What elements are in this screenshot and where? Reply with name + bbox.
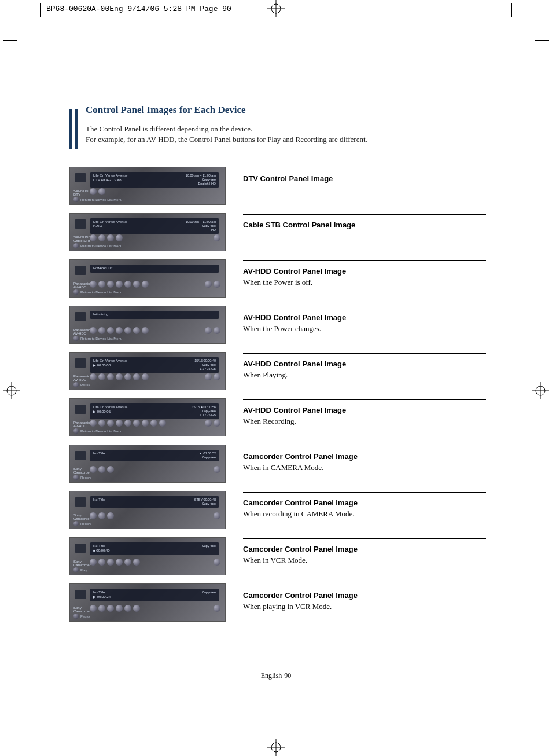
transport-button[interactable] xyxy=(150,420,157,427)
transport-button[interactable] xyxy=(133,420,140,427)
transport-button[interactable] xyxy=(133,559,140,566)
transport-button[interactable] xyxy=(90,234,97,241)
aux-button[interactable] xyxy=(214,466,220,473)
transport-button[interactable] xyxy=(90,605,97,612)
aux-button[interactable] xyxy=(214,605,220,612)
transport-button[interactable] xyxy=(98,420,105,427)
transport-button[interactable] xyxy=(133,327,140,334)
aux-button[interactable] xyxy=(205,420,212,427)
osd-footer: Play xyxy=(73,567,87,572)
transport-button[interactable] xyxy=(142,373,149,380)
transport-button[interactable] xyxy=(107,559,114,566)
transport-button[interactable] xyxy=(107,327,114,334)
osd-overlay: Life On Venus AvenueDTV Air 4-2 TV #810:… xyxy=(90,172,219,188)
transport-button[interactable] xyxy=(107,466,114,473)
footer-button-icon[interactable] xyxy=(73,382,79,387)
transport-button[interactable] xyxy=(107,373,114,380)
transport-button[interactable] xyxy=(90,512,97,519)
transport-button[interactable] xyxy=(107,234,114,241)
transport-button[interactable] xyxy=(116,559,123,566)
transport-button[interactable] xyxy=(90,327,97,334)
registration-mark-icon xyxy=(532,382,549,399)
transport-button[interactable] xyxy=(116,605,123,612)
section-text: AV-HDD Control Panel ImageWhen Playing. xyxy=(243,352,486,380)
aux-button[interactable] xyxy=(214,559,220,566)
device-label: SonyCamcorder xyxy=(73,606,91,613)
osd-overlay: Initializing... xyxy=(90,311,219,319)
transport-button[interactable] xyxy=(98,281,105,288)
footer-button-icon[interactable] xyxy=(73,336,79,341)
control-panel-image: Initializing...PanasonicAV-HDDReturn to … xyxy=(69,306,226,344)
transport-button[interactable] xyxy=(124,327,131,334)
transport-button[interactable] xyxy=(98,605,105,612)
transport-button[interactable] xyxy=(98,327,105,334)
device-label: PanasonicAV-HDD xyxy=(73,375,90,381)
footer-label: Return to Device List Menu xyxy=(80,337,122,340)
aux-button[interactable] xyxy=(214,373,220,380)
transport-button[interactable] xyxy=(116,420,123,427)
transport-button[interactable] xyxy=(98,373,105,380)
osd-title: Life On Venus Avenue xyxy=(93,359,127,364)
transport-button[interactable] xyxy=(90,420,97,427)
osd-title: Initializing... xyxy=(93,313,111,317)
aux-button[interactable] xyxy=(214,327,220,334)
transport-button[interactable] xyxy=(98,466,105,473)
transport-button[interactable] xyxy=(98,234,105,241)
transport-button[interactable] xyxy=(116,234,123,241)
transport-button[interactable] xyxy=(107,281,114,288)
transport-button[interactable] xyxy=(124,281,131,288)
device-icon xyxy=(75,544,86,553)
transport-button[interactable] xyxy=(124,605,131,612)
transport-button[interactable] xyxy=(133,373,140,380)
transport-button[interactable] xyxy=(124,373,131,380)
transport-button[interactable] xyxy=(142,420,149,427)
aux-button[interactable] xyxy=(214,420,220,427)
transport-button[interactable] xyxy=(133,605,140,612)
transport-button[interactable] xyxy=(90,281,97,288)
divider xyxy=(243,214,486,215)
aux-button[interactable] xyxy=(205,373,212,380)
section-row: Life On Venus Avenue▶ 00:00:0615/15 ● 00… xyxy=(69,398,486,436)
footer-button-icon[interactable] xyxy=(73,289,79,295)
transport-button[interactable] xyxy=(133,281,140,288)
transport-button[interactable] xyxy=(90,466,97,473)
divider xyxy=(243,168,486,168)
transport-button[interactable] xyxy=(107,512,114,519)
transport-button[interactable] xyxy=(107,420,114,427)
section-description: When the Power changes. xyxy=(243,324,486,333)
page-number: English-90 xyxy=(0,671,552,680)
footer-button-icon[interactable] xyxy=(73,614,79,619)
transport-button[interactable] xyxy=(98,512,105,519)
transport-button[interactable] xyxy=(124,420,131,427)
aux-button[interactable] xyxy=(205,281,212,288)
transport-button[interactable] xyxy=(159,420,166,427)
aux-button[interactable] xyxy=(214,281,220,288)
transport-button[interactable] xyxy=(142,281,149,288)
footer-button-icon[interactable] xyxy=(73,521,79,526)
control-panel-image: Powered OffPanasonicAV-HDDReturn to Devi… xyxy=(69,259,226,298)
transport-button[interactable] xyxy=(98,559,105,566)
transport-button[interactable] xyxy=(116,281,123,288)
transport-button[interactable] xyxy=(90,188,97,195)
transport-button[interactable] xyxy=(124,559,131,566)
transport-button[interactable] xyxy=(90,373,97,380)
aux-button[interactable] xyxy=(205,327,212,334)
transport-button[interactable] xyxy=(107,605,114,612)
footer-button-icon[interactable] xyxy=(73,197,79,202)
transport-button[interactable] xyxy=(142,327,149,334)
footer-button-icon[interactable] xyxy=(73,243,79,248)
footer-label: Pause xyxy=(80,383,90,387)
footer-button-icon[interactable] xyxy=(73,567,79,572)
transport-button[interactable] xyxy=(116,327,123,334)
control-button-row xyxy=(90,605,140,612)
aux-button[interactable] xyxy=(214,512,220,519)
transport-button[interactable] xyxy=(90,559,97,566)
osd-overlay: Life On Venus AvenueD-Net10:00 am ~ 11:0… xyxy=(90,218,219,234)
transport-button[interactable] xyxy=(116,373,123,380)
transport-button[interactable] xyxy=(98,188,105,195)
osd-copy-status: Copy-free xyxy=(186,224,216,228)
aux-button[interactable] xyxy=(214,234,220,241)
footer-button-icon[interactable] xyxy=(73,428,79,434)
footer-button-icon[interactable] xyxy=(73,475,79,480)
section-text: AV-HDD Control Panel ImageWhen the Power… xyxy=(243,259,486,287)
